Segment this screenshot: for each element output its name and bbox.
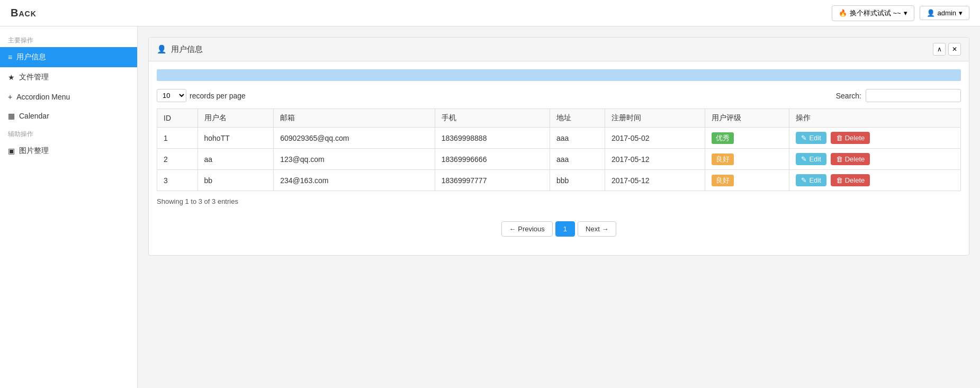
col-reg-time: 注册时间	[605, 109, 705, 128]
cell-rating: 优秀	[705, 128, 789, 149]
next-button[interactable]: Next →	[578, 221, 616, 237]
trash-icon: 🗑	[836, 176, 843, 184]
user-title-icon: 👤	[157, 44, 167, 54]
user-avatar-icon: 👤	[927, 9, 935, 17]
records-per-page-label: records per page	[190, 92, 246, 100]
user-button-label: admin	[938, 9, 956, 17]
sidebar-item-accordion-menu[interactable]: + Accordion Menu	[0, 87, 137, 106]
cell-reg-time: 2017-05-02	[605, 128, 705, 149]
cell-reg-time: 2017-05-12	[605, 149, 705, 170]
rating-badge: 优秀	[712, 132, 734, 144]
search-input[interactable]	[866, 89, 961, 102]
cell-email: 609029365@qq.com	[274, 128, 435, 149]
cell-email: 234@163.com	[274, 170, 435, 191]
sidebar-item-image-manage[interactable]: ▣ 图片整理	[0, 141, 137, 161]
search-area: Search:	[836, 89, 961, 102]
cell-email: 123@qq.com	[274, 149, 435, 170]
col-actions: 操作	[789, 109, 961, 128]
progress-bar	[157, 69, 961, 81]
prev-button[interactable]: ← Previous	[501, 221, 553, 237]
edit-icon: ✎	[801, 176, 807, 184]
table-controls: 10 25 50 100 records per page Search:	[157, 89, 961, 102]
cell-phone: 18369997777	[435, 170, 550, 191]
delete-button[interactable]: 🗑 Delete	[831, 153, 870, 165]
user-button[interactable]: 👤 admin ▾	[920, 6, 969, 20]
cell-reg-time: 2017-05-12	[605, 170, 705, 191]
cell-username: aa	[197, 149, 274, 170]
cell-rating: 良好	[705, 149, 789, 170]
navbar: Back 🔥 换个样式试试 ~~ ▾ 👤 admin ▾	[0, 0, 980, 26]
calendar-icon: ▦	[8, 112, 15, 120]
image-icon: ▣	[8, 147, 15, 155]
records-per-page: 10 25 50 100 records per page	[157, 89, 246, 102]
sidebar-item-file-manage[interactable]: ★ 文件管理	[0, 67, 137, 87]
sidebar-section-aux-label: 辅助操作	[0, 125, 137, 141]
cell-actions: ✎ Edit 🗑 Delete	[789, 149, 961, 170]
showing-entries: Showing 1 to 3 of 3 entries	[157, 197, 961, 205]
card-close-button[interactable]: ✕	[948, 43, 961, 56]
cell-username: bb	[197, 170, 274, 191]
cell-id: 2	[157, 149, 198, 170]
cell-username: hohoTT	[197, 128, 274, 149]
data-table: ID 用户名 邮箱 手机 地址 注册时间 用户评级 操作 1 hohoTT	[157, 109, 961, 191]
cell-actions: ✎ Edit 🗑 Delete	[789, 170, 961, 191]
star-icon: ★	[8, 73, 15, 82]
cell-actions: ✎ Edit 🗑 Delete	[789, 128, 961, 149]
edit-icon: ✎	[801, 155, 807, 163]
cell-rating: 良好	[705, 170, 789, 191]
trash-icon: 🗑	[836, 134, 843, 142]
delete-button[interactable]: 🗑 Delete	[831, 174, 870, 186]
table-header-row: ID 用户名 邮箱 手机 地址 注册时间 用户评级 操作	[157, 109, 961, 128]
rating-badge: 良好	[712, 175, 734, 186]
rating-badge: 良好	[712, 154, 734, 165]
col-phone: 手机	[435, 109, 550, 128]
card-header-title: 👤 用户信息	[157, 44, 203, 55]
col-id: ID	[157, 109, 198, 128]
fire-icon: 🔥	[839, 9, 847, 17]
col-rating: 用户评级	[705, 109, 789, 128]
pagination: ← Previous 1 Next →	[157, 221, 961, 237]
cell-address: aaa	[550, 149, 605, 170]
user-info-card: 👤 用户信息 ∧ ✕ 10 25 50	[148, 37, 969, 256]
sidebar: 主要操作 ≡ 用户信息 ★ 文件管理 + Accordion Menu ▦ Ca…	[0, 26, 138, 388]
layout: 主要操作 ≡ 用户信息 ★ 文件管理 + Accordion Menu ▦ Ca…	[0, 26, 980, 388]
cell-phone: 18369998888	[435, 128, 550, 149]
cell-phone: 18369996666	[435, 149, 550, 170]
table-row: 1 hohoTT 609029365@qq.com 18369998888 aa…	[157, 128, 961, 149]
sidebar-item-calendar[interactable]: ▦ Calendar	[0, 106, 137, 125]
col-email: 邮箱	[274, 109, 435, 128]
card-header-actions: ∧ ✕	[933, 43, 961, 56]
sidebar-item-image-manage-label: 图片整理	[19, 146, 49, 156]
card-body: 10 25 50 100 records per page Search:	[149, 61, 969, 255]
table-body: 1 hohoTT 609029365@qq.com 18369998888 aa…	[157, 128, 961, 191]
plus-icon: +	[8, 93, 12, 101]
sidebar-item-accordion-menu-label: Accordion Menu	[16, 93, 70, 101]
sidebar-item-file-manage-label: 文件管理	[19, 73, 49, 82]
edit-button[interactable]: ✎ Edit	[796, 174, 826, 186]
cell-id: 1	[157, 128, 198, 149]
card-title-text: 用户信息	[171, 44, 203, 55]
page-1-button[interactable]: 1	[555, 221, 575, 237]
user-dropdown-arrow: ▾	[959, 9, 963, 17]
edit-icon: ✎	[801, 134, 807, 142]
sidebar-section-main-label: 主要操作	[0, 32, 137, 47]
cell-address: aaa	[550, 128, 605, 149]
trash-icon: 🗑	[836, 155, 843, 163]
col-address: 地址	[550, 109, 605, 128]
search-label: Search:	[836, 92, 861, 100]
table-head: ID 用户名 邮箱 手机 地址 注册时间 用户评级 操作	[157, 109, 961, 128]
main-content: 👤 用户信息 ∧ ✕ 10 25 50	[138, 26, 980, 388]
sidebar-item-user-info-label: 用户信息	[16, 52, 46, 62]
card-collapse-button[interactable]: ∧	[933, 43, 946, 56]
navbar-right: 🔥 换个样式试试 ~~ ▾ 👤 admin ▾	[832, 5, 969, 21]
sidebar-item-calendar-label: Calendar	[19, 112, 49, 120]
theme-button[interactable]: 🔥 换个样式试试 ~~ ▾	[832, 5, 914, 21]
theme-button-label: 换个样式试试 ~~	[850, 8, 901, 18]
cell-id: 3	[157, 170, 198, 191]
edit-button[interactable]: ✎ Edit	[796, 132, 826, 144]
delete-button[interactable]: 🗑 Delete	[831, 132, 870, 144]
sidebar-item-user-info[interactable]: ≡ 用户信息	[0, 47, 137, 67]
edit-button[interactable]: ✎ Edit	[796, 153, 826, 165]
records-select[interactable]: 10 25 50 100	[157, 89, 186, 102]
theme-dropdown-arrow: ▾	[904, 9, 907, 17]
